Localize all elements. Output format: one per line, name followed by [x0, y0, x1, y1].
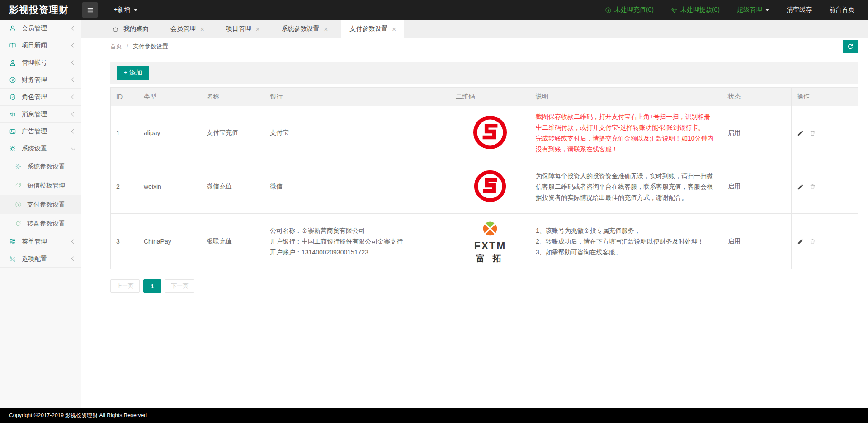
s-circle-logo: [473, 169, 507, 203]
tab-close-icon[interactable]: ×: [392, 26, 396, 33]
refresh-button[interactable]: [843, 40, 858, 53]
sidebar-item-options[interactable]: 选项配置: [0, 250, 81, 268]
tab-project[interactable]: 项目管理 ×: [218, 20, 268, 38]
add-button[interactable]: + 添加: [117, 66, 149, 80]
delete-button[interactable]: [809, 183, 816, 190]
clear-cache-label: 清空缓存: [787, 6, 812, 14]
sidebar-item-ads[interactable]: 广告管理: [0, 123, 81, 140]
sidebar-item-menus[interactable]: 菜单管理: [0, 233, 81, 250]
cell-actions: [792, 214, 858, 269]
cell-name: 支付宝充值: [201, 106, 264, 160]
sidebar-item-news[interactable]: 项目新闻: [0, 37, 81, 54]
delete-button[interactable]: [809, 238, 816, 245]
admin-menu-dropdown[interactable]: 超级管理: [737, 6, 769, 14]
edit-button[interactable]: [797, 238, 804, 245]
topbar: 影视投资理财 +新增 未处理充值(0) 未处理提款(0) 超级管理 清空缓存: [0, 0, 868, 20]
header-type: 类型: [138, 88, 201, 106]
cell-status: 启用: [722, 214, 792, 269]
chevron-left-icon: [71, 78, 76, 82]
tab-label: 系统参数设置: [282, 25, 320, 33]
edit-button[interactable]: [797, 130, 804, 136]
cell-qrcode: FXTM 富 拓: [450, 214, 530, 269]
pending-recharge-label: 未处理充值(0): [614, 6, 654, 14]
tab-sysparams[interactable]: 系统参数设置 ×: [274, 20, 336, 38]
sidebar-item-label: 财务管理: [22, 76, 47, 84]
sidebar-item-messages[interactable]: 消息管理: [0, 106, 81, 123]
add-new-label: +新增: [114, 6, 130, 14]
tag-icon: [15, 182, 22, 189]
sidebar-subitem-label: 短信模板管理: [27, 182, 65, 190]
sidebar-subitem-sms[interactable]: 短信模板管理: [0, 176, 81, 195]
chevron-left-icon: [71, 129, 76, 134]
tab-label: 项目管理: [226, 25, 251, 33]
cell-type: weixin: [138, 160, 201, 214]
header-description: 说明: [530, 88, 722, 106]
cell-qrcode: [450, 160, 530, 214]
sidebar-item-system[interactable]: 系统设置: [0, 140, 81, 157]
sidebar-item-label: 选项配置: [22, 255, 47, 263]
caret-down-icon: [133, 9, 138, 11]
chevron-left-icon: [71, 43, 76, 48]
bank-line: 公司名称：金寨新营商贸有限公司: [270, 225, 444, 236]
tab-desktop[interactable]: 我的桌面: [104, 20, 157, 38]
cell-id: 2: [111, 160, 138, 214]
description-line: 1、该账号为兆徽金投专属充值服务，: [536, 225, 717, 236]
tab-label: 我的桌面: [123, 25, 149, 33]
description-line: 完成转账或支付后，请提交充值金额以及汇款说明！如10分钟内没有到账，请联系在线客…: [536, 133, 717, 155]
table-row: 2 weixin 微信充值 微信 为保障每个投资人的投资资金准确无误，实时到账，…: [111, 160, 858, 214]
refresh-circle-icon: [15, 220, 22, 227]
clear-cache-button[interactable]: 清空缓存: [787, 6, 812, 14]
pending-withdraw-link[interactable]: 未处理提款(0): [671, 6, 720, 14]
shield-check-icon: [9, 94, 16, 101]
chevron-left-icon: [71, 26, 76, 31]
tab-close-icon[interactable]: ×: [256, 26, 260, 33]
sidebar-item-label: 系统设置: [22, 145, 47, 153]
edit-button[interactable]: [797, 183, 804, 190]
add-new-dropdown[interactable]: +新增: [114, 6, 138, 14]
sidebar-item-label: 广告管理: [22, 127, 47, 136]
coin-yen-icon: [9, 76, 16, 84]
tab-close-icon[interactable]: ×: [200, 26, 204, 33]
pagination-next-button[interactable]: 下一页: [165, 279, 194, 293]
sidebar-item-label: 消息管理: [22, 110, 47, 118]
cell-bank: 支付宝: [264, 106, 450, 160]
sidebar-item-finance[interactable]: 财务管理: [0, 71, 81, 89]
sidebar-item-label: 菜单管理: [22, 238, 47, 246]
pagination-prev-button[interactable]: 上一页: [110, 279, 140, 293]
pending-withdraw-label: 未处理提款(0): [680, 6, 720, 14]
description-line: 3、如需帮助可咨询在线客服。: [536, 247, 717, 258]
chevron-left-icon: [71, 112, 76, 117]
breadcrumb-home-link[interactable]: 首页: [110, 42, 122, 51]
cell-actions: [792, 160, 858, 214]
delete-button[interactable]: [809, 130, 816, 136]
sidebar-item-member[interactable]: 会员管理: [0, 20, 81, 37]
pending-recharge-link[interactable]: 未处理充值(0): [605, 6, 654, 14]
app-title: 影视投资理财: [0, 4, 81, 16]
chevron-down-icon: [71, 146, 76, 150]
front-home-link[interactable]: 前台首页: [829, 6, 854, 14]
footer: Copyright ©2017-2019 影视投资理财 All Rights R…: [0, 408, 868, 423]
pagination-page-1[interactable]: 1: [143, 279, 161, 293]
sidebar-item-roles[interactable]: 角色管理: [0, 89, 81, 106]
tab-member[interactable]: 会员管理 ×: [162, 20, 212, 38]
sidebar-subitem-payparams[interactable]: 支付参数设置: [0, 195, 81, 214]
breadcrumb: 首页 / 支付参数设置: [81, 38, 868, 55]
tab-close-icon[interactable]: ×: [324, 26, 328, 33]
sidebar-toggle-button[interactable]: [82, 2, 98, 18]
sidebar-item-label: 管理帐号: [22, 59, 47, 67]
breadcrumb-current: 支付参数设置: [133, 42, 168, 51]
cell-description: 1、该账号为兆徽金投专属充值服务， 2、转账成功后，请在下方填写汇款说明以便财务…: [530, 214, 722, 269]
sidebar-subitem-sysparams[interactable]: 系统参数设置: [0, 157, 81, 176]
description-line: 为保障每个投资人的投资资金准确无误，实时到账，请扫一扫微信客服二维码或者咨询平台…: [536, 170, 717, 203]
cell-type: ChinaPay: [138, 214, 201, 269]
sidebar-item-accounts[interactable]: 管理帐号: [0, 54, 81, 71]
sidebar-subitem-label: 支付参数设置: [27, 201, 65, 209]
chevron-left-icon: [71, 61, 76, 65]
sidebar-subitem-wheel[interactable]: 转盘参数设置: [0, 214, 81, 233]
header-bank: 银行: [264, 88, 450, 106]
tab-payparams[interactable]: 支付参数设置 ×: [341, 20, 404, 38]
cell-bank: 公司名称：金寨新营商贸有限公司 开户银行：中国工商银行股份有限公司金寨支行 开户…: [264, 214, 450, 269]
cell-bank: 微信: [264, 160, 450, 214]
book-icon: [9, 42, 16, 49]
sidebar-item-label: 项目新闻: [22, 42, 47, 50]
